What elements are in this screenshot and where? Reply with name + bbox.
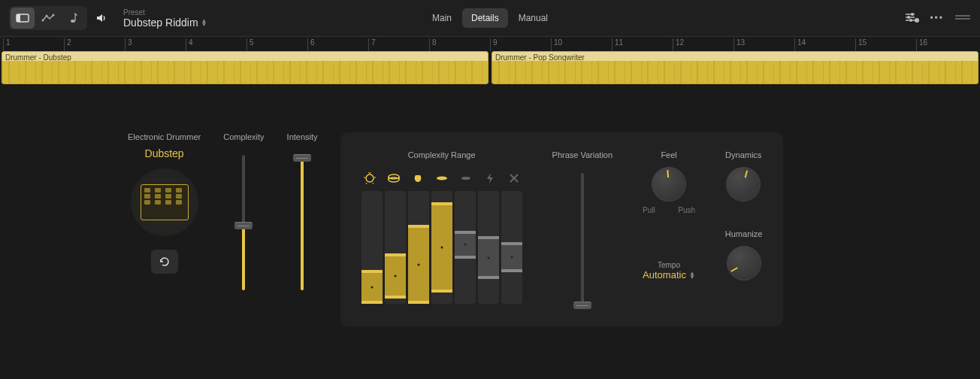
cr-bar[interactable]: [455, 191, 476, 304]
feel-pull-label: Pull: [643, 206, 655, 214]
tempo-chevrons-icon: ▲▼: [689, 271, 695, 279]
phrase-variation-section: Phrase Variation: [552, 150, 613, 308]
region-pop-songwriter[interactable]: Drummer - Pop Songwriter: [492, 51, 978, 84]
notation-button[interactable]: [62, 8, 86, 29]
settings-icon[interactable]: [904, 11, 919, 26]
svg-rect-1: [17, 14, 20, 22]
humanize-knob-section: Humanize: [725, 229, 763, 280]
preset-name: Dubstep Riddim ▲▼: [123, 17, 207, 29]
tempo-section[interactable]: Tempo Automatic ▲▼: [643, 261, 695, 280]
dynamics-knob-section: Dynamics: [725, 150, 761, 214]
drummer-type-section: Electronic Drummer Dubstep: [128, 132, 201, 326]
tab-manual[interactable]: Manual: [510, 8, 557, 28]
drummer-editor: Electronic Drummer Dubstep Complexity In…: [0, 87, 980, 341]
ruler-mark: 5: [247, 38, 254, 52]
regenerate-button[interactable]: [151, 250, 178, 274]
region-view-button[interactable]: [11, 8, 35, 29]
svg-point-2: [42, 20, 44, 22]
intensity-label: Intensity: [287, 132, 318, 141]
complexity-slider[interactable]: [242, 155, 245, 290]
ruler-mark: 6: [307, 38, 315, 52]
snare-icon[interactable]: [387, 171, 401, 185]
ruler-mark: 3: [125, 38, 132, 52]
svg-point-7: [907, 16, 910, 19]
perc-icon[interactable]: [459, 171, 473, 185]
drummer-type-label: Electronic Drummer: [128, 132, 201, 141]
track-area[interactable]: Drummer - Dubstep Drummer - Pop Songwrit…: [0, 51, 980, 87]
drummer-style[interactable]: Dubstep: [145, 147, 184, 159]
ruler-mark: 8: [429, 38, 437, 52]
details-panel: Complexity Range Phrase: [340, 132, 784, 326]
svg-point-14: [461, 177, 470, 180]
cr-bar[interactable]: [501, 191, 522, 304]
ruler-mark: 7: [368, 38, 376, 52]
complexity-label: Complexity: [223, 132, 264, 141]
ruler-mark: 10: [551, 38, 562, 52]
volume-icon[interactable]: [93, 8, 111, 29]
cross-icon[interactable]: [507, 171, 521, 185]
feel-push-label: Push: [678, 206, 695, 214]
cr-bar[interactable]: [361, 191, 383, 304]
ruler-mark: 14: [794, 38, 806, 52]
tab-main[interactable]: Main: [423, 8, 461, 28]
ruler-mark: 2: [64, 38, 71, 52]
toolbar: Preset Dubstep Riddim ▲▼ Main Details Ma…: [0, 0, 980, 36]
timeline-ruler[interactable]: 1 2 3 4 5 6 7 8 9 10 11 12 13 14 15 16: [0, 36, 980, 51]
drum-machine-icon[interactable]: [131, 168, 198, 236]
view-mode-group: [9, 6, 87, 30]
intensity-slider-section: Intensity: [287, 132, 318, 326]
more-icon[interactable]: •••: [930, 13, 944, 23]
tempo-label: Tempo: [658, 261, 680, 269]
cr-bar[interactable]: [385, 191, 406, 304]
region-dubstep[interactable]: Drummer - Dubstep: [2, 51, 488, 84]
ruler-mark: 12: [673, 38, 684, 52]
svg-point-8: [909, 19, 912, 22]
svg-point-12: [389, 177, 399, 182]
cr-bar[interactable]: [478, 191, 499, 304]
region-waveform: [2, 61, 488, 83]
hihat-icon[interactable]: [435, 171, 449, 185]
svg-point-5: [71, 20, 75, 23]
complexity-range-icons: [363, 171, 521, 185]
tempo-value: Automatic ▲▼: [643, 269, 695, 280]
feel-label: Feel: [661, 150, 676, 159]
ruler-mark: 9: [490, 38, 498, 52]
clap-icon[interactable]: [411, 171, 425, 185]
svg-point-13: [437, 177, 447, 180]
dynamics-label: Dynamics: [725, 150, 761, 159]
ruler-mark: 15: [855, 38, 867, 52]
humanize-knob[interactable]: [727, 246, 761, 280]
svg-point-9: [915, 18, 919, 23]
cr-bar[interactable]: [431, 191, 452, 304]
svg-point-10: [366, 174, 374, 182]
feel-knob[interactable]: [652, 167, 686, 202]
phrase-variation-slider[interactable]: [581, 173, 584, 308]
ruler-mark: 11: [612, 38, 623, 52]
automation-view-button[interactable]: [36, 8, 60, 29]
preset-chevrons-icon: ▲▼: [201, 19, 207, 26]
feel-knob-section: Feel Pull Push: [643, 150, 695, 214]
tab-details[interactable]: Details: [462, 8, 508, 28]
humanize-label: Humanize: [725, 229, 763, 238]
complexity-range-title: Complexity Range: [408, 150, 476, 159]
cr-bar[interactable]: [408, 191, 429, 304]
region-waveform: [492, 61, 978, 83]
complexity-slider-section: Complexity: [223, 132, 264, 326]
ruler-mark: 13: [733, 38, 745, 52]
intensity-slider[interactable]: [301, 155, 304, 290]
complexity-range-section: Complexity Range: [361, 150, 522, 304]
drag-handle-icon[interactable]: [954, 13, 971, 23]
preset-label: Preset: [123, 8, 207, 17]
knob-row-top: Feel Pull Push Dynamics: [643, 150, 762, 214]
svg-point-4: [53, 14, 55, 17]
knob-row-bottom: Tempo Automatic ▲▼ Humanize: [643, 229, 762, 280]
ruler-mark: 1: [3, 38, 11, 52]
phrase-variation-label: Phrase Variation: [552, 150, 613, 159]
zap-icon[interactable]: [483, 171, 497, 185]
dynamics-knob[interactable]: [726, 167, 761, 202]
editor-tabs: Main Details Manual: [423, 8, 557, 28]
ruler-mark: 4: [186, 38, 193, 52]
feel-sublabels: Pull Push: [643, 206, 695, 214]
kick-icon[interactable]: [363, 171, 377, 185]
preset-selector[interactable]: Preset Dubstep Riddim ▲▼: [123, 8, 207, 29]
